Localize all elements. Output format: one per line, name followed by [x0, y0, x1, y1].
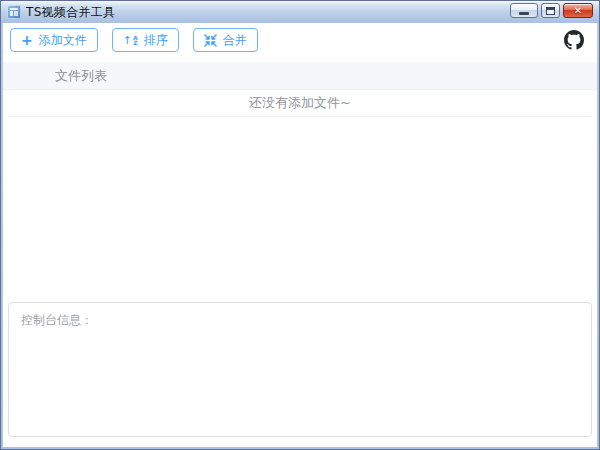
github-link[interactable]	[564, 30, 584, 50]
maximize-icon	[546, 7, 555, 15]
file-list-header-label: 文件列表	[55, 67, 107, 85]
github-icon	[564, 30, 584, 50]
titlebar[interactable]: TS视频合并工具 ✕	[1, 1, 599, 23]
close-button[interactable]: ✕	[563, 3, 593, 18]
maximize-button[interactable]	[541, 3, 560, 18]
sort-button[interactable]: ↑ A Z 排序	[112, 28, 179, 52]
console-label: 控制台信息：	[21, 313, 93, 327]
merge-label: 合并	[223, 32, 247, 49]
window-title: TS视频合并工具	[26, 4, 115, 21]
empty-state: 还没有添加文件~	[9, 90, 591, 117]
empty-state-text: 还没有添加文件~	[249, 94, 351, 112]
client-area: + 添加文件 ↑ A Z 排序	[3, 23, 597, 447]
plus-icon: +	[21, 33, 33, 47]
app-icon	[7, 5, 21, 19]
close-icon: ✕	[574, 6, 582, 16]
minimize-icon	[519, 12, 529, 15]
sort-icon: ↑ A Z	[123, 35, 138, 46]
toolbar: + 添加文件 ↑ A Z 排序	[3, 23, 597, 57]
console-panel: 控制台信息：	[8, 302, 592, 437]
add-file-button[interactable]: + 添加文件	[10, 28, 98, 52]
file-list-header: 文件列表	[3, 62, 597, 90]
window-controls: ✕	[510, 1, 593, 23]
minimize-button[interactable]	[510, 3, 538, 18]
add-file-label: 添加文件	[39, 32, 87, 49]
sort-label: 排序	[144, 32, 168, 49]
merge-button[interactable]: 合并	[193, 28, 258, 52]
app-window: TS视频合并工具 ✕ + 添加文件 ↑ A	[0, 0, 600, 450]
merge-icon	[204, 34, 217, 47]
